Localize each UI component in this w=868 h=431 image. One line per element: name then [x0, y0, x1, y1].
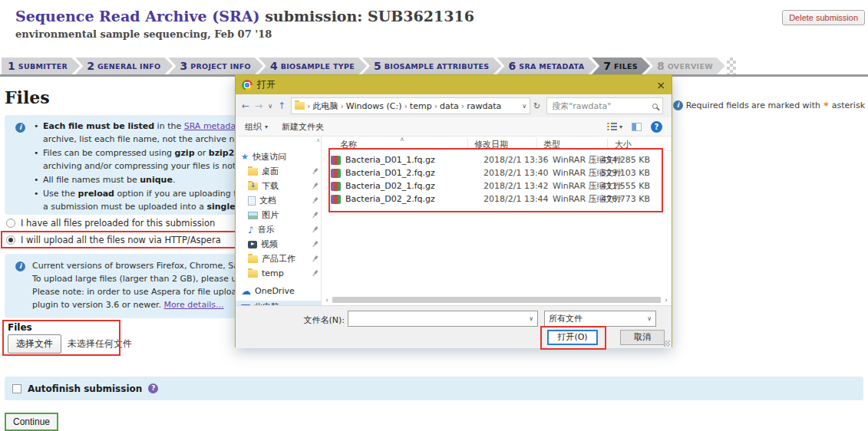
info-icon: i	[673, 100, 683, 110]
radio-preloaded[interactable]: I have all files preloaded for this subm…	[6, 218, 215, 229]
pin-icon	[310, 166, 320, 176]
filetype-select[interactable]: 所有文件∨	[544, 311, 656, 327]
more-details-link[interactable]: More details...	[164, 300, 224, 310]
radio-icon[interactable]	[6, 219, 15, 228]
sidebar-item-onedrive[interactable]: ☁OneDrive	[236, 285, 321, 298]
continue-button[interactable]: Continue	[5, 413, 58, 431]
view-mode-button[interactable]: ▾	[607, 123, 622, 130]
pin-icon	[310, 225, 320, 235]
forward-icon[interactable]: →	[255, 100, 262, 111]
highlight-file-list	[328, 148, 663, 212]
scroll-right-icon[interactable]: ›	[662, 296, 670, 304]
video-icon	[248, 241, 257, 248]
address-caret-icon[interactable]: ∨	[522, 103, 526, 110]
chevron-down-icon[interactable]: ∨	[529, 315, 533, 322]
help-button[interactable]: ?	[651, 121, 662, 133]
tab-biosample-type[interactable]: 4BIOSAMPLE TYPE	[259, 58, 367, 74]
tab-sra-metadata[interactable]: 6SRA METADATA	[497, 58, 596, 74]
downloads-folder-icon	[248, 183, 258, 190]
highlight-open-button	[540, 326, 606, 350]
folder-icon	[248, 270, 258, 278]
picture-icon	[248, 212, 258, 219]
search-input[interactable]: 搜索"rawdata"	[552, 100, 652, 112]
search-icon	[652, 104, 658, 109]
sidebar-item-pictures[interactable]: 图片	[236, 209, 321, 222]
sidebar-item-music[interactable]: ♪音乐	[236, 223, 321, 236]
tab-files[interactable]: 7FILES	[592, 58, 650, 74]
pin-icon	[310, 210, 320, 220]
chrome-icon	[242, 80, 252, 90]
sidebar-item-videos[interactable]: 视频	[236, 238, 321, 251]
cancel-button[interactable]: 取消	[620, 330, 665, 345]
tab-project-info[interactable]: 3PROJECT INFO	[168, 58, 263, 74]
cloud-icon: ☁	[241, 286, 251, 296]
pin-icon	[310, 196, 320, 206]
highlight-file-input	[2, 320, 120, 356]
search-box[interactable]: 搜索"rawdata"	[546, 97, 663, 114]
resize-grip[interactable]	[664, 341, 670, 347]
delete-submission-button[interactable]: Delete submission	[782, 10, 865, 25]
help-icon[interactable]: ?	[148, 383, 158, 393]
close-icon[interactable]: ×	[656, 80, 665, 90]
folder-icon	[248, 168, 258, 176]
pin-icon	[310, 239, 320, 249]
page-title: Sequence Read Archive (SRA) submission: …	[15, 8, 474, 25]
info-icon: i	[15, 262, 25, 271]
history-caret-icon[interactable]: ∨	[268, 103, 272, 110]
filename-input[interactable]: ∨	[348, 311, 538, 327]
autofinish-box: Autofinish submission ?	[5, 377, 863, 400]
sidebar-item-temp[interactable]: temp	[236, 267, 321, 280]
breadcrumb-this-pc[interactable]: 此电脑	[312, 100, 338, 112]
nav-pane: ∧ ★快速访问 桌面 下载 文档 图片 ♪音乐 视频 产品工作 temp ☁On…	[236, 137, 322, 305]
required-fields-note: i Required fields are marked with * aste…	[673, 100, 865, 111]
scrollbar-thumb[interactable]	[332, 297, 661, 303]
breadcrumb-windows-c[interactable]: Windows (C:)	[346, 101, 402, 111]
dialog-titlebar[interactable]: 打开 ×	[236, 75, 672, 94]
dialog-toolbar: 组织 ▾ 新建文件夹 ▾ ?	[236, 117, 672, 137]
pin-icon	[310, 181, 320, 191]
star-icon: ★	[241, 153, 249, 161]
dialog-title: 打开	[257, 78, 276, 91]
folder-icon	[295, 102, 305, 110]
asterisk-icon: *	[823, 100, 829, 111]
organize-button[interactable]: 组织	[245, 121, 262, 133]
pin-icon	[310, 254, 320, 264]
music-icon: ♪	[248, 225, 254, 235]
horizontal-scrollbar[interactable]: ‹ ›	[323, 295, 670, 304]
wizard-tabs: 1SUBMITTER 2GENERAL INFO 3PROJECT INFO 4…	[2, 58, 736, 74]
tab-biosample-attributes[interactable]: 5BIOSAMPLE ATTRIBUTES	[362, 58, 501, 74]
scroll-left-icon[interactable]: ‹	[323, 296, 331, 304]
sort-ascending-icon: ∧	[400, 136, 404, 143]
tab-general-info[interactable]: 2GENERAL INFO	[75, 58, 173, 74]
dialog-main: ∧ ★快速访问 桌面 下载 文档 图片 ♪音乐 视频 产品工作 temp ☁On…	[236, 137, 672, 305]
document-icon	[248, 196, 256, 206]
organize-caret-icon[interactable]: ▾	[265, 123, 268, 130]
nav-scroll-up-icon[interactable]: ∧	[316, 137, 320, 143]
tab-submitter[interactable]: 1SUBMITTER	[2, 58, 80, 74]
dialog-footer: 文件名(N): ∨ 所有文件∨ 打开(O) 取消	[236, 305, 672, 348]
highlight-upload-now	[1, 231, 246, 248]
refresh-icon[interactable]: ↻	[533, 101, 540, 111]
breadcrumb-rawdata[interactable]: rawdata	[467, 101, 501, 111]
new-folder-button[interactable]: 新建文件夹	[282, 121, 324, 133]
autofinish-checkbox[interactable]	[12, 384, 21, 393]
sidebar-item-product-work[interactable]: 产品工作	[236, 252, 321, 265]
section-title: Files	[5, 87, 50, 107]
chevron-down-icon: ∨	[647, 315, 652, 322]
tab-progress-tail	[727, 58, 736, 74]
back-icon[interactable]: ←	[242, 100, 249, 111]
breadcrumb[interactable]: › 此电脑 › Windows (C:) › temp › data › raw…	[291, 97, 530, 114]
sidebar-item-quick-access[interactable]: ★快速访问	[236, 150, 321, 163]
filename-label: 文件名(N):	[297, 314, 345, 326]
dialog-address-bar: ← → ∨ ↑ › 此电脑 › Windows (C:) › temp › da…	[236, 94, 672, 117]
breadcrumb-data[interactable]: data	[440, 101, 459, 111]
sidebar-item-downloads[interactable]: 下载	[236, 179, 321, 192]
preview-pane-icon[interactable]	[632, 123, 642, 131]
sidebar-item-documents[interactable]: 文档	[236, 194, 321, 207]
sidebar-item-desktop[interactable]: 桌面	[236, 165, 321, 178]
page-subtitle: environmental sample sequencing, Feb 07 …	[15, 28, 272, 40]
breadcrumb-temp[interactable]: temp	[410, 101, 432, 111]
page-title-brand: Sequence Read Archive (SRA)	[15, 8, 260, 25]
folder-icon	[248, 255, 258, 263]
up-icon[interactable]: ↑	[278, 100, 285, 111]
